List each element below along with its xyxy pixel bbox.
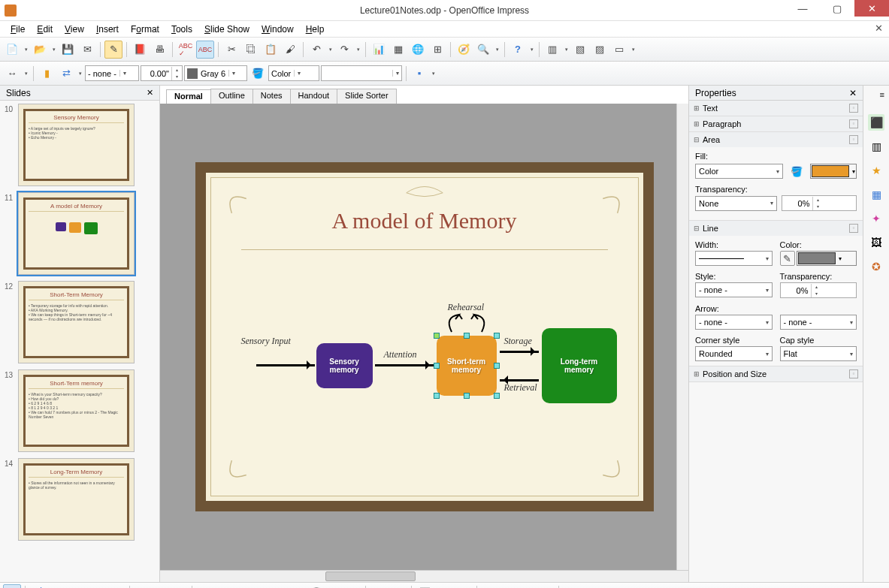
fill-color-picker[interactable]: ▾ [810,164,857,179]
menu-file[interactable]: File [5,23,31,36]
arrange-tool[interactable]: ▦ [528,584,546,589]
handle-s[interactable] [464,393,470,399]
section-line[interactable]: ⊟Line▫ [689,221,863,236]
slide-drop[interactable]: ▾ [563,47,570,53]
menu-slideshow[interactable]: Slide Show [198,23,256,36]
line-width-input[interactable] [141,69,171,78]
view-tab-handout[interactable]: Handout [290,89,338,104]
format-paintbrush-button[interactable]: 🖌 [281,41,299,59]
line-toolbar-more[interactable]: ▾ [430,71,437,77]
menu-insert[interactable]: Insert [90,23,125,36]
slides-list[interactable]: 10Sensory Memory• A large set of inputs … [0,101,159,582]
insert-table-button[interactable]: ▦ [389,41,407,59]
menu-edit[interactable]: Edit [31,23,59,36]
line-tool[interactable]: ╱ [29,584,47,589]
arrow-style-button[interactable]: ↔ [3,65,21,83]
box-short-term-memory[interactable]: Short-term memory [437,336,497,396]
close-document-button[interactable]: ✕ [875,23,883,34]
handle-ne[interactable] [494,333,500,339]
view-tab-outline[interactable]: Outline [210,89,253,104]
properties-icon[interactable]: ⬛ [868,114,884,131]
block-arrows-tool[interactable]: ⇨ [252,584,270,589]
email-button[interactable]: ✉ [78,41,96,59]
edit-file-button[interactable]: ✎ [104,41,122,59]
save-button[interactable]: 💾 [59,41,77,59]
select-tool[interactable]: ↖ [3,584,21,589]
maximize-button[interactable]: ▢ [820,0,854,17]
interaction-tool[interactable]: ⚙ [582,584,600,589]
sidebar-menu-icon[interactable]: ≡ [880,90,884,99]
gallery-icon[interactable]: 🖼 [868,234,884,251]
handle-se[interactable] [494,393,500,399]
line-width-spinner[interactable]: ▴▾ [141,65,183,81]
undo-button[interactable]: ↶ [307,41,325,59]
transparency-input[interactable] [782,199,812,208]
close-button[interactable]: ✕ [854,0,889,17]
styles-icon[interactable]: ✦ [868,210,884,227]
rectangle-tool[interactable]: ▭ [68,584,86,589]
slide-layout-button[interactable]: ▨ [591,41,609,59]
display-grid-button[interactable]: ⊞ [428,41,446,59]
navigator-button[interactable]: 🧭 [455,41,473,59]
callouts-tool[interactable]: 💬 [307,584,325,589]
handle-sw[interactable] [434,393,440,399]
extrusion-tool[interactable]: ⬢ [563,584,581,589]
menu-view[interactable]: View [59,23,90,36]
new-dropdown[interactable]: ▾ [23,47,29,53]
points-tool[interactable]: ⋯ [370,584,388,589]
spin-up[interactable]: ▴ [812,284,821,291]
box-long-term-memory[interactable]: Long-term memory [542,328,617,403]
fill-color-combo[interactable]: ▾ [321,65,402,81]
box-sensory-memory[interactable]: Sensory memory [316,343,373,388]
slide-transition-icon[interactable]: ▦ [868,186,884,203]
insert-hyperlink-button[interactable]: 🌐 [409,41,427,59]
menu-window[interactable]: Window [256,23,300,36]
fontwork-tool[interactable]: 🅰 [416,584,434,589]
arrow-end-select[interactable]: - none -▾ [780,315,857,330]
thumb[interactable]: A model of Memory [18,192,135,275]
arrow-attention[interactable] [375,364,434,366]
horizontal-scrollbar[interactable] [160,570,688,582]
highlight-icon[interactable]: ▮ [38,65,56,83]
connector-tool[interactable]: ⅃ [162,584,180,589]
more-icon[interactable]: ▫ [849,119,858,128]
menu-tools[interactable]: Tools [165,23,198,36]
canvas-area[interactable]: A model of Memory Sensory Input Sensory … [160,104,688,570]
arrow-start-select[interactable]: - none -▾ [695,315,773,330]
toolbar-more[interactable]: ▾ [528,47,535,53]
menu-format[interactable]: Format [125,23,165,36]
fill-type-select[interactable]: Color▾ [695,164,783,179]
linetrans-input[interactable] [781,286,811,295]
cut-button[interactable]: ✂ [222,41,240,59]
custom-animation-icon[interactable]: ★ [868,162,884,179]
handle-nw[interactable] [434,333,440,339]
paste-button[interactable]: 📋 [262,41,280,59]
undo-dropdown[interactable]: ▾ [327,47,334,53]
gallery-tool[interactable]: 🗃 [455,584,473,589]
linewidth-select[interactable]: ▾ [695,251,773,266]
more-icon[interactable]: ▫ [849,224,858,233]
cap-select[interactable]: Flat▾ [780,346,857,361]
arrow-input[interactable] [256,364,315,366]
thumb[interactable]: Sensory Memory• A large set of inputs we… [18,104,135,186]
spellcheck-button[interactable]: ABC✓ [177,41,195,59]
section-text[interactable]: ⊞Text▫ [689,101,863,116]
line-ends-drop[interactable]: ▾ [77,71,83,77]
slide-thumb-12[interactable]: 12Short-Term Memory• Temporary storage f… [5,281,155,363]
spin-up[interactable]: ▴ [813,197,823,204]
handle-n[interactable] [464,333,470,339]
master-pages-icon[interactable]: ▥ [868,138,884,155]
fill-type-combo[interactable]: Color▾ [268,65,319,81]
slide-thumb-13[interactable]: 13Short-Term memory• What is your Short-… [5,369,155,452]
basic-shapes-tool[interactable]: ◆ [196,584,214,589]
pencil-icon[interactable]: ✎ [780,251,795,266]
more-icon[interactable]: ▫ [849,135,858,144]
print-button[interactable]: 🖶 [150,41,168,59]
symbol-shapes-tool[interactable]: ☻ [224,584,242,589]
slide-button[interactable]: ▥ [543,41,561,59]
linetrans-spinner[interactable]: ▴▾ [780,282,857,298]
linestyle-select[interactable]: - none -▾ [695,282,773,297]
from-file-tool[interactable]: 🖼 [435,584,453,589]
stars-tool[interactable]: ★ [335,584,353,589]
transparency-spinner[interactable]: ▴▾ [782,195,857,211]
